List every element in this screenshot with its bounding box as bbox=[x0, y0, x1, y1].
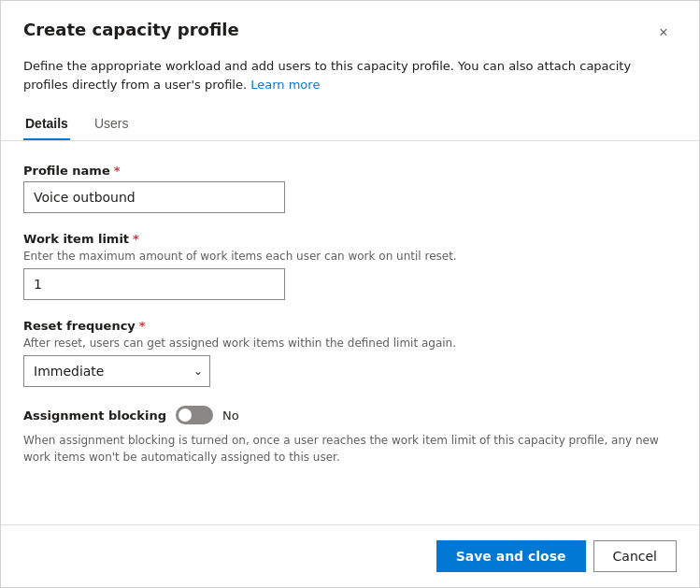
save-and-close-button[interactable]: Save and close bbox=[436, 540, 586, 572]
work-item-limit-input[interactable] bbox=[23, 268, 285, 300]
assignment-blocking-row: Assignment blocking No bbox=[23, 406, 677, 424]
learn-more-link[interactable]: Learn more bbox=[250, 78, 320, 92]
assignment-blocking-toggle[interactable] bbox=[176, 406, 213, 424]
cancel-button[interactable]: Cancel bbox=[593, 540, 677, 572]
profile-name-group: Profile name* bbox=[23, 164, 677, 213]
reset-frequency-select-wrapper: Immediate Daily Weekly ⌄ bbox=[23, 355, 210, 387]
tab-users[interactable]: Users bbox=[93, 108, 131, 140]
reset-frequency-hint: After reset, users can get assigned work… bbox=[23, 337, 677, 350]
work-item-limit-label: Work item limit* bbox=[23, 232, 677, 246]
assignment-blocking-group: Assignment blocking No When assignment b… bbox=[23, 406, 677, 466]
required-marker-3: * bbox=[139, 319, 146, 333]
toggle-slider bbox=[176, 406, 213, 424]
assignment-blocking-description: When assignment blocking is turned on, o… bbox=[23, 432, 659, 466]
assignment-blocking-label: Assignment blocking bbox=[23, 409, 166, 423]
modal-description: Define the appropriate workload and add … bbox=[1, 57, 699, 108]
required-marker: * bbox=[114, 164, 121, 178]
tab-details[interactable]: Details bbox=[23, 108, 70, 140]
reset-frequency-select[interactable]: Immediate Daily Weekly bbox=[23, 355, 210, 387]
form-body: Profile name* Work item limit* Enter the… bbox=[1, 141, 699, 524]
modal-header: Create capacity profile × bbox=[1, 1, 699, 57]
reset-frequency-label: Reset frequency* bbox=[23, 319, 677, 333]
description-text: Define the appropriate workload and add … bbox=[23, 59, 631, 92]
profile-name-input[interactable] bbox=[23, 181, 285, 213]
work-item-limit-group: Work item limit* Enter the maximum amoun… bbox=[23, 232, 677, 300]
required-marker-2: * bbox=[133, 232, 139, 246]
tab-bar: Details Users bbox=[1, 108, 699, 141]
close-button[interactable]: × bbox=[650, 20, 677, 46]
modal-title: Create capacity profile bbox=[23, 20, 239, 39]
profile-name-label: Profile name* bbox=[23, 164, 677, 178]
work-item-limit-hint: Enter the maximum amount of work items e… bbox=[23, 250, 677, 263]
assignment-blocking-status: No bbox=[222, 409, 239, 423]
close-icon: × bbox=[659, 24, 667, 41]
modal-dialog: Create capacity profile × Define the app… bbox=[0, 0, 700, 588]
modal-footer: Save and close Cancel bbox=[1, 524, 699, 587]
reset-frequency-group: Reset frequency* After reset, users can … bbox=[23, 319, 677, 387]
